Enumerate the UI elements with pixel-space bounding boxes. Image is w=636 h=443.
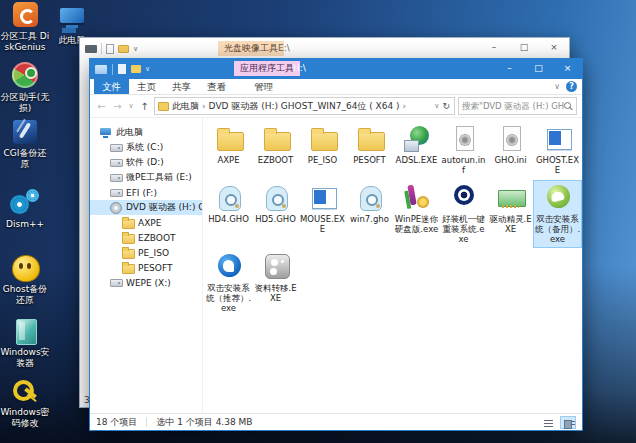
file-item[interactable]: 好装机一键重装系统.exe bbox=[440, 181, 487, 247]
recent-locations-icon[interactable]: ∨ bbox=[127, 102, 135, 110]
sidebar-item[interactable]: EZBOOT bbox=[90, 230, 202, 245]
new-folder-icon[interactable] bbox=[131, 65, 141, 73]
ribbon-tab[interactable]: 主页 bbox=[129, 79, 164, 94]
file-icon bbox=[307, 183, 339, 213]
desktop-icon[interactable]: 分区助手(无损) bbox=[0, 61, 50, 113]
file-name: 好装机一键重装系统.exe bbox=[441, 214, 487, 244]
breadcrumb-dvd-drive[interactable]: DVD 驱动器 (H:) GHOST_WIN7_64位 ( X64 ) bbox=[209, 100, 400, 113]
maximize-button[interactable]: □ bbox=[524, 59, 553, 79]
large-icons-view-button[interactable] bbox=[560, 416, 576, 429]
file-item[interactable]: 双击安装系统（备用）.exe bbox=[534, 181, 581, 247]
minimize-button[interactable]: – bbox=[495, 59, 524, 79]
address-dropdown-icon[interactable]: ∨ bbox=[434, 102, 439, 110]
minimize-button[interactable]: – bbox=[479, 38, 509, 58]
background-window-controls: – □ × bbox=[479, 38, 569, 58]
close-button[interactable]: × bbox=[539, 38, 569, 58]
file-item[interactable]: win7.gho bbox=[346, 181, 393, 247]
file-name: 双击安装系统（备用）.exe bbox=[535, 214, 581, 244]
sidebar-item-icon bbox=[110, 157, 122, 168]
file-item[interactable]: EZBOOT bbox=[252, 122, 299, 178]
desktop-icon[interactable]: Ghost备份还原 bbox=[0, 253, 50, 305]
sidebar-item-label: 微PE工具箱 (E:) bbox=[126, 171, 192, 184]
desktop-icon[interactable]: CGI备份还原 bbox=[0, 117, 50, 169]
sidebar-item[interactable]: DVD 驱动器 (H:) G bbox=[90, 200, 202, 215]
file-item[interactable]: 资料转移.EXE bbox=[252, 250, 299, 316]
address-field[interactable]: 此电脑 › DVD 驱动器 (H:) GHOST_WIN7_64位 ( X64 … bbox=[154, 97, 455, 115]
breadcrumb-this-pc[interactable]: 此电脑 bbox=[172, 100, 199, 113]
search-icon[interactable] bbox=[564, 102, 573, 111]
ribbon-tab[interactable]: 查看 bbox=[199, 79, 234, 94]
file-name: MOUSE.EXE bbox=[300, 214, 346, 234]
sidebar-item[interactable]: WEPE (X:) bbox=[90, 275, 202, 290]
chevron-down-icon[interactable]: ∨ bbox=[145, 65, 150, 73]
sidebar-item[interactable]: PE_ISO bbox=[90, 245, 202, 260]
forward-button[interactable]: → bbox=[111, 101, 124, 112]
sidebar-item[interactable]: 微PE工具箱 (E:) bbox=[90, 170, 202, 185]
refresh-icon[interactable]: ↻ bbox=[442, 101, 450, 111]
up-button[interactable]: ↑ bbox=[138, 101, 151, 112]
contextual-tab-disc-image-tools[interactable]: 光盘映像工具 bbox=[218, 41, 284, 56]
file-item[interactable]: AXPE bbox=[205, 122, 252, 178]
file-item[interactable]: PE_ISO bbox=[299, 122, 346, 178]
details-view-button[interactable] bbox=[540, 416, 556, 429]
sidebar-item[interactable]: 系统 (C:) bbox=[90, 140, 202, 155]
sidebar-item-label: 此电脑 bbox=[116, 126, 143, 139]
sidebar-item[interactable]: PESOFT bbox=[90, 260, 202, 275]
file-item[interactable]: ADSL.EXE bbox=[393, 122, 440, 178]
ribbon-tab[interactable]: 管理 bbox=[246, 79, 281, 94]
sidebar-item-icon bbox=[122, 247, 134, 258]
contextual-tab-application-tools[interactable]: 应用程序工具 bbox=[234, 61, 300, 76]
desktop-icon-label: Dism++ bbox=[0, 219, 50, 230]
file-name: WinPE迷你硬盘版.exe bbox=[394, 214, 440, 234]
folder-icon[interactable] bbox=[118, 45, 129, 53]
new-folder-icon[interactable] bbox=[106, 44, 114, 54]
maximize-button[interactable]: □ bbox=[509, 38, 539, 58]
sidebar-item[interactable]: 软件 (D:) bbox=[90, 155, 202, 170]
file-name: 驱动精灵.EXE bbox=[488, 214, 534, 234]
file-item[interactable]: MOUSE.EXE bbox=[299, 181, 346, 247]
file-icon bbox=[542, 124, 574, 154]
properties-icon[interactable] bbox=[118, 64, 126, 74]
help-icon[interactable]: ? bbox=[566, 81, 577, 92]
ribbon-tab[interactable]: 共享 bbox=[164, 79, 199, 94]
file-icon bbox=[401, 183, 433, 213]
desktop-icon-label: Windows密码修改 bbox=[0, 407, 50, 428]
file-item[interactable]: PESOFT bbox=[346, 122, 393, 178]
sidebar-item-label: PE_ISO bbox=[138, 248, 169, 258]
desktop: 此电脑 分区助手(无损) CGI备份还原 Dism++ Ghost备份还原 Wi… bbox=[0, 0, 636, 443]
desktop-icon-image bbox=[10, 0, 40, 30]
search-input[interactable] bbox=[462, 101, 564, 111]
file-item[interactable]: GHOST.EXE bbox=[534, 122, 581, 178]
sidebar-item[interactable]: EFI (F:) bbox=[90, 185, 202, 200]
file-item[interactable]: autorun.inf bbox=[440, 122, 487, 178]
close-button[interactable]: × bbox=[553, 59, 582, 79]
sidebar-item[interactable]: 此电脑 bbox=[90, 125, 202, 140]
ribbon-tabs: 文件主页共享查看管理 ∨ ? bbox=[90, 79, 582, 95]
background-window-titlebar: ∨ 光盘映像工具 E:\ – □ × bbox=[80, 38, 569, 59]
address-bar: ← → ∨ ↑ 此电脑 › DVD 驱动器 (H:) GHOST_WIN7_64… bbox=[90, 95, 582, 118]
file-item[interactable]: HD4.GHO bbox=[205, 181, 252, 247]
file-item[interactable]: 驱动精灵.EXE bbox=[487, 181, 534, 247]
desktop-icon[interactable]: Dism++ bbox=[0, 188, 50, 230]
file-item[interactable]: WinPE迷你硬盘版.exe bbox=[393, 181, 440, 247]
file-name: PE_ISO bbox=[308, 155, 337, 165]
desktop-icon[interactable]: 分区工具 DiskGenius bbox=[0, 0, 50, 52]
chevron-down-icon[interactable]: ∨ bbox=[133, 45, 138, 53]
desktop-icon-image bbox=[10, 253, 40, 283]
desktop-icon-image bbox=[57, 4, 87, 34]
sidebar-item-label: 软件 (D:) bbox=[126, 156, 164, 169]
file-item[interactable]: 双击安装系统（推荐）.exe bbox=[205, 250, 252, 316]
back-button[interactable]: ← bbox=[95, 101, 108, 112]
file-item[interactable]: GHO.ini bbox=[487, 122, 534, 178]
file-item[interactable]: HD5.GHO bbox=[252, 181, 299, 247]
file-name: win7.gho bbox=[350, 214, 389, 224]
desktop-icon[interactable]: Windows密码修改 bbox=[0, 376, 50, 428]
desktop-icon[interactable]: Windows安装器 bbox=[0, 316, 50, 368]
sidebar-item-icon bbox=[110, 187, 122, 198]
sidebar-item[interactable]: AXPE bbox=[90, 215, 202, 230]
file-icon bbox=[542, 183, 574, 213]
file-icon bbox=[260, 124, 292, 154]
location-folder-icon bbox=[158, 102, 169, 111]
ribbon-tab[interactable]: 文件 bbox=[94, 79, 129, 94]
ribbon-collapse-icon[interactable]: ∨ bbox=[554, 82, 560, 91]
